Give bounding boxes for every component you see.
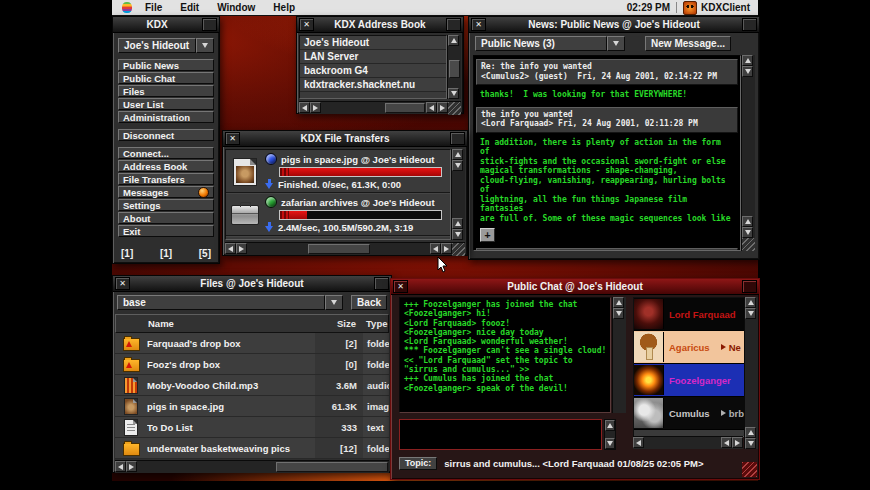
file-row[interactable]: Fooz's drop box [0] folder: [115, 354, 389, 375]
scroll-left-icon[interactable]: [426, 102, 437, 113]
exit-button[interactable]: Exit: [118, 225, 214, 237]
resize-grip[interactable]: [448, 102, 461, 115]
settings-button[interactable]: Settings: [118, 199, 214, 211]
scroll-down-icon[interactable]: [605, 438, 615, 449]
resize-grip[interactable]: [742, 238, 755, 251]
horizontal-scrollbar[interactable]: [299, 101, 461, 114]
news-titlebar[interactable]: News: Public News @ Joe's Hideout: [469, 17, 759, 33]
user-list-vertical-scrollbar[interactable]: [744, 297, 758, 449]
disconnect-button[interactable]: Disconnect: [118, 129, 214, 141]
scroll-down-icon[interactable]: [452, 160, 463, 171]
minimize-button[interactable]: [446, 18, 461, 31]
nav-user-list-button[interactable]: User List: [118, 98, 214, 110]
topic-button[interactable]: Topic:: [399, 457, 437, 470]
file-row[interactable]: Moby-Voodoo Child.mp3 3.6M audio: [115, 375, 389, 396]
close-icon[interactable]: [393, 280, 408, 293]
column-name[interactable]: Name: [148, 318, 314, 329]
scroll-down-icon[interactable]: [742, 66, 753, 77]
scroll-up-icon[interactable]: [745, 297, 756, 308]
chat-vertical-scrollbar[interactable]: [612, 297, 626, 413]
vertical-scrollbar[interactable]: [447, 35, 461, 99]
scroll-right-icon[interactable]: [437, 102, 448, 113]
nav-public-news-button[interactable]: Public News: [118, 59, 214, 71]
chat-titlebar[interactable]: Public Chat @ Joe's Hideout: [391, 279, 759, 295]
scroll-up-icon[interactable]: [452, 149, 463, 160]
connect-button[interactable]: Connect...: [118, 147, 214, 159]
expand-post-button[interactable]: +: [480, 228, 495, 242]
scroll-left-icon[interactable]: [115, 461, 126, 472]
user-row[interactable]: Cumulus brb: [634, 397, 744, 430]
scroll-left-icon[interactable]: [633, 437, 644, 448]
scroll-down-icon[interactable]: [745, 308, 756, 319]
scroll-left-icon[interactable]: [225, 243, 236, 254]
new-message-button[interactable]: New Message...: [645, 36, 731, 51]
user-list-horizontal-scrollbar[interactable]: [633, 436, 743, 449]
scroll-right-icon[interactable]: [441, 243, 452, 254]
address-entry[interactable]: backroom G4: [300, 64, 446, 78]
back-button[interactable]: Back: [351, 295, 387, 310]
chat-message-area[interactable]: +++ Foozelganger has joined the chat <Fo…: [399, 297, 611, 413]
minimize-button[interactable]: [742, 18, 757, 31]
about-button[interactable]: About: [118, 212, 214, 224]
resize-grip[interactable]: [452, 243, 465, 256]
news-post-header[interactable]: Re: the info you wanted<Cumulus2> (guest…: [476, 59, 738, 85]
address-entry[interactable]: LAN Server: [300, 50, 446, 64]
scroll-up-icon[interactable]: [452, 218, 463, 229]
close-icon[interactable]: [299, 18, 314, 31]
chevron-down-icon[interactable]: [325, 295, 343, 310]
column-size[interactable]: Size: [314, 315, 362, 332]
user-row[interactable]: Lord Farquaad: [634, 298, 744, 331]
close-icon[interactable]: [471, 18, 486, 31]
kdx-titlebar[interactable]: KDX: [113, 17, 219, 33]
scroll-right-icon[interactable]: [732, 437, 743, 448]
input-scrollbar[interactable]: [604, 419, 616, 450]
scroll-up-icon[interactable]: [742, 216, 753, 227]
scroll-right-icon[interactable]: [126, 461, 137, 472]
scroll-up-icon[interactable]: [605, 420, 615, 431]
vertical-scrollbar[interactable]: [451, 149, 465, 240]
resize-grip[interactable]: [742, 462, 757, 477]
scroll-down-icon[interactable]: [452, 229, 463, 240]
application-menu[interactable]: KDXClient: [701, 2, 758, 13]
news-post-header[interactable]: the info you wanted<Lord Farquaad> Fri, …: [476, 107, 738, 133]
user-row-selected[interactable]: Foozelganger: [634, 364, 744, 397]
transfers-titlebar[interactable]: KDX File Transfers: [223, 131, 467, 147]
chat-input[interactable]: [399, 419, 602, 450]
scroll-thumb[interactable]: [385, 103, 425, 113]
minimize-button[interactable]: [202, 18, 217, 31]
scroll-down-icon[interactable]: [613, 308, 624, 319]
file-row[interactable]: To Do List 333 text: [115, 417, 389, 438]
scroll-thumb[interactable]: [449, 60, 460, 78]
scroll-right-icon[interactable]: [236, 243, 247, 254]
scroll-up-icon[interactable]: [448, 35, 459, 46]
scroll-left-icon[interactable]: [299, 102, 310, 113]
address-book-button[interactable]: Address Book: [118, 160, 214, 172]
path-selector[interactable]: base: [117, 295, 343, 310]
file-transfers-button[interactable]: File Transfers: [118, 173, 214, 185]
newsgroup-selector[interactable]: Public News (3): [475, 36, 625, 51]
menu-file[interactable]: File: [136, 2, 171, 13]
nav-files-button[interactable]: Files: [118, 85, 214, 97]
nav-administration-button[interactable]: Administration: [118, 111, 214, 123]
file-row[interactable]: underwater basketweaving pics [12] folde…: [115, 438, 389, 459]
scroll-right-icon[interactable]: [310, 102, 321, 113]
file-row[interactable]: pigs in space.jpg 61.3K image: [115, 396, 389, 417]
chevron-down-icon[interactable]: [196, 38, 214, 53]
scroll-down-icon[interactable]: [745, 438, 756, 449]
nav-public-chat-button[interactable]: Public Chat: [118, 72, 214, 84]
transfer-item[interactable]: pigs in space.jpg @ Joe's Hideout Finish…: [226, 150, 450, 193]
files-titlebar[interactable]: Files @ Joe's Hideout: [113, 276, 391, 292]
scroll-thumb[interactable]: [308, 244, 370, 254]
transfer-item[interactable]: zafarian archives @ Joe's Hideout 2.4M/s…: [226, 193, 450, 236]
scroll-down-icon[interactable]: [448, 88, 459, 99]
address-book-titlebar[interactable]: KDX Address Book: [297, 17, 463, 33]
scroll-left-icon[interactable]: [430, 243, 441, 254]
address-entry[interactable]: kdxtracker.shacknet.nu: [300, 78, 446, 92]
scroll-down-icon[interactable]: [742, 227, 753, 238]
menu-help[interactable]: Help: [264, 2, 304, 13]
scroll-up-icon[interactable]: [613, 297, 624, 308]
server-selector[interactable]: Joe's Hideout: [118, 38, 214, 53]
close-icon[interactable]: [225, 132, 240, 145]
column-type[interactable]: Type: [362, 318, 388, 329]
horizontal-scrollbar[interactable]: [225, 242, 465, 255]
